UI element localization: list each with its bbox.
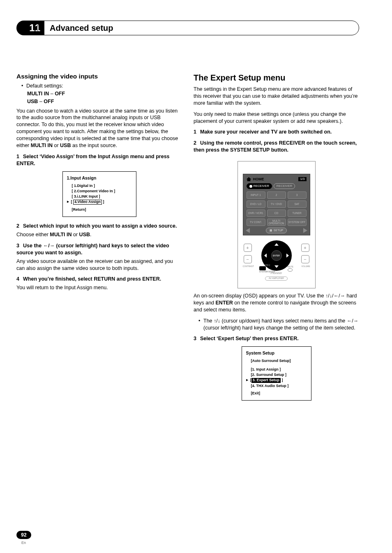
page-language: En [21, 541, 26, 545]
dpad-left-icon [264, 253, 267, 258]
intro-paragraph: You can choose to watch a video source a… [16, 108, 182, 149]
expert-para-1: The settings in the Expert Setup menu ar… [194, 86, 359, 107]
system-setup-button[interactable] [259, 266, 266, 270]
default-usb: USB – OFF [16, 98, 182, 105]
default-settings-bullet: • Default settings: [16, 83, 182, 90]
default-multi-in: MULTI IN – OFF [16, 90, 182, 97]
remote-btn-input1[interactable]: INPUT 1 [247, 191, 265, 199]
remote-home-label: HOME [253, 177, 264, 182]
figure2-row-auto-surround: [Auto Surround Setup] [246, 358, 307, 363]
remote-btn-tuner[interactable]: TUNER [288, 210, 307, 217]
step-4: 4When you’re finished, select RETURN and… [16, 276, 182, 283]
arrow-left-icon: ← [43, 243, 48, 249]
dpad-right-icon [286, 253, 289, 258]
remote-page-right-icon[interactable] [303, 228, 307, 233]
remote-btn-setup[interactable]: ▦SETUP [266, 228, 287, 233]
figure-title: 1.Input Assign [67, 175, 132, 181]
remote-btn-sat[interactable]: SAT [288, 200, 307, 208]
chapter-title: Advanced setup [37, 21, 359, 35]
right-column: The Expert Setup menu The settings in th… [194, 72, 359, 406]
remote-btn-2[interactable]: 2 [267, 191, 286, 199]
figure2-selected-item: 3. Expert Setup [251, 378, 281, 383]
figure2-row-input-assign: [1. Input Assign ] [246, 367, 307, 372]
default-usb-val: OFF [44, 99, 54, 104]
step-3-sub: Any video source available on the receiv… [16, 258, 182, 272]
remote-hardkey-zone: + − CONTRAST + − VOLUME [243, 239, 310, 284]
home-icon [247, 177, 251, 181]
bullet-icon: • [21, 83, 24, 90]
arrow-right-icon: → [340, 293, 345, 299]
figure2-row-expert-setup: [3. Expert Setup ] [246, 378, 307, 383]
remote-btn-dvr-vcr1[interactable]: DVR / VCR1 [247, 210, 265, 217]
bullet-icon: • [198, 318, 201, 332]
power-icon [249, 185, 252, 188]
figure2-row-thx: [4. THX Audio Setup ] [246, 383, 307, 388]
arrow-left-icon: ← [333, 293, 339, 299]
remote-btn-cd[interactable]: CD [267, 210, 286, 217]
figure-row-component-video: [ 2.Component Video In ] [67, 189, 132, 194]
right-step-1: 1Make sure your receiver and TV are both… [194, 129, 359, 136]
mute-label: MUTE [288, 265, 293, 268]
volume-up-button[interactable]: + [301, 244, 309, 252]
figure-row-digital-in: [ 1.Digital In ] [67, 183, 132, 188]
remote-btn-multi-operation[interactable]: MULTI OPERATION [267, 219, 286, 226]
remote-btn-tv-cont[interactable]: TV CONT. [247, 219, 265, 226]
default-settings-label: Default settings: [26, 83, 63, 90]
step-4-sub: You will return to the Input Assign menu… [16, 284, 182, 291]
remote-btn-tv-dvd[interactable]: TV / DVD [267, 200, 286, 208]
figure-selected-item: 4.Video Assign [73, 200, 102, 205]
remote-input-grid: INPUT 1 2 3 DVD / LD TV / DVD SAT DVR / … [246, 191, 307, 227]
arrow-left-icon: ← [347, 318, 352, 324]
receiver-button-ghost[interactable]: RECEIVER [274, 183, 295, 189]
remote-page-left-icon[interactable] [246, 228, 250, 233]
remote-btn-3[interactable]: 3 [288, 191, 307, 199]
section-heading-expert-setup: The Expert Setup menu [194, 72, 359, 83]
contrast-down-button[interactable]: − [244, 255, 252, 263]
remote-btn-dvd-ld[interactable]: DVD / LD [247, 200, 265, 208]
dpad-up-icon [274, 243, 279, 246]
figure-row-video-assign: [ 4.Video Assign ] [67, 199, 132, 205]
volume-down-button[interactable]: − [301, 255, 309, 263]
cursor-keys-bullet: • The ↑/↓ (cursor up/down) hard keys sel… [194, 318, 359, 332]
figure-return: [Return] [67, 207, 132, 212]
arrow-right-icon: → [353, 318, 359, 324]
section-heading-assigning: Assigning the video inputs [16, 72, 182, 81]
setup-icon: ▦ [270, 228, 272, 232]
default-multi-in-val: OFF [55, 91, 65, 97]
step-2-sub: Choose either MULTI IN or USB. [16, 231, 182, 238]
figure-input-assign: 1.Input Assign [ 1.Digital In ] [ 2.Comp… [62, 171, 136, 217]
remote-touchscreen: HOME 1/3 RECEIVER RECEIVER INPUT 1 2 3 [243, 174, 310, 235]
right-step-3: 3Select ‘Expert Setup’ then press ENTER. [194, 335, 359, 342]
figure-row-ilink: [ 3.i.LINK Input ] [67, 194, 132, 199]
step-1: 1Select ‘Video Assign’ from the Input As… [16, 153, 182, 167]
right-step-2: 2Using the remote control, press RECEIVE… [194, 140, 359, 154]
figure2-exit: [Exit] [246, 391, 307, 396]
step-3: 3Use the ←/→ (cursor left/right) hard ke… [16, 242, 182, 256]
default-usb-key: USB [27, 99, 38, 104]
figure-system-setup: System Setup [Auto Surround Setup] [1. I… [242, 346, 311, 401]
amp-label: AV AMPLIFIER [265, 276, 288, 280]
receiver-button-active[interactable]: RECEIVER [247, 183, 272, 189]
remote-btn-system-off[interactable]: SYSTEM OFF [288, 219, 307, 226]
brand-label: Pioneer [271, 271, 282, 275]
figure2-row-surround-setup: [2. Surround Setup ] [246, 372, 307, 377]
chapter-header: 11 Advanced setup [16, 21, 359, 35]
contrast-up-button[interactable]: + [244, 244, 252, 252]
figure2-title: System Setup [246, 350, 307, 356]
default-multi-in-key: MULTI IN [27, 91, 49, 97]
remote-control-figure: HOME 1/3 RECEIVER RECEIVER INPUT 1 2 3 [238, 161, 316, 288]
arrow-right-icon: → [50, 243, 55, 249]
page-number: 92 [16, 531, 31, 539]
osd-paragraph: An on-screen display (OSD) appears on yo… [194, 293, 359, 313]
freq-label: FREQ [259, 264, 275, 267]
expert-para-2: You only need to make these settings onc… [194, 111, 359, 125]
left-column: Assigning the video inputs • Default set… [16, 72, 182, 406]
step-2: 2Select which input to which you want to… [16, 223, 182, 230]
remote-page-indicator: 1/3 [298, 177, 306, 182]
